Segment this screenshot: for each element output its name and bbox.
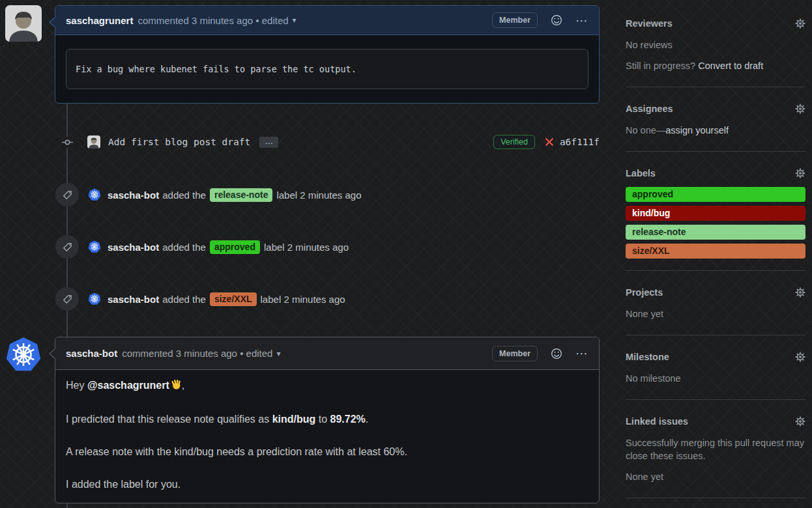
greeting-paragraph: Hey @saschagrunert, bbox=[66, 378, 588, 395]
verified-badge[interactable]: Verified bbox=[493, 135, 535, 149]
milestone-settings-button[interactable] bbox=[795, 352, 805, 362]
kebab-menu-button[interactable]: ⋯ bbox=[575, 13, 588, 28]
assignees-title: Assignees bbox=[626, 104, 673, 114]
label-event-row: sascha-bot added the release-note label … bbox=[55, 183, 600, 206]
label-pill[interactable]: size/XXL bbox=[210, 292, 257, 306]
linked-issues-title: Linked issues bbox=[626, 416, 688, 427]
linked-issues-description: Successfully merging this pull request m… bbox=[626, 436, 805, 462]
gear-icon bbox=[795, 352, 805, 362]
sidebar-divider bbox=[626, 87, 805, 87]
sidebar-divider bbox=[626, 399, 805, 400]
sidebar-divider bbox=[626, 498, 805, 498]
bot-avatar[interactable] bbox=[88, 240, 101, 253]
sidebar-label-size-xxl[interactable]: size/XXL bbox=[626, 244, 805, 259]
tag-icon bbox=[55, 235, 79, 259]
avatar[interactable] bbox=[5, 5, 42, 42]
event-action: added the bbox=[162, 294, 206, 305]
gear-icon bbox=[795, 416, 805, 427]
sidebar: Reviewers No reviews Still in progress? … bbox=[626, 0, 805, 508]
user-photo bbox=[87, 135, 100, 148]
event-time: label 2 minutes ago bbox=[276, 190, 361, 201]
label-pill[interactable]: approved bbox=[210, 240, 260, 254]
convert-to-draft-hint: Still in progress? Convert to draft bbox=[626, 59, 805, 72]
commit-icon bbox=[62, 137, 73, 148]
gear-icon bbox=[795, 104, 805, 114]
comment-caret bbox=[50, 17, 56, 27]
projects-title: Projects bbox=[626, 287, 663, 298]
sidebar-divider bbox=[626, 270, 805, 271]
sidebar-section-linked-issues: Linked issues Successfully merging this … bbox=[626, 416, 805, 483]
add-reaction-button[interactable] bbox=[551, 348, 562, 360]
event-actor[interactable]: sascha-bot bbox=[108, 242, 159, 253]
gear-icon bbox=[795, 287, 805, 298]
wave-emoji-icon bbox=[171, 379, 182, 395]
sidebar-label-approved[interactable]: approved bbox=[626, 187, 805, 202]
smiley-icon bbox=[551, 14, 562, 26]
event-action: added the bbox=[162, 190, 206, 201]
sidebar-section-reviewers: Reviewers No reviews Still in progress? … bbox=[626, 18, 805, 72]
avatar[interactable] bbox=[87, 135, 100, 148]
status-failure-x-icon[interactable] bbox=[544, 137, 555, 147]
tag-icon bbox=[55, 287, 79, 311]
kubernetes-logo-icon bbox=[88, 188, 101, 201]
reviewers-title: Reviewers bbox=[626, 18, 673, 29]
comment-author[interactable]: saschagrunert bbox=[66, 15, 133, 26]
user-mention[interactable]: @saschagrunert bbox=[87, 380, 169, 391]
member-badge[interactable]: Member bbox=[492, 346, 538, 361]
assignees-empty-text: No one—assign yourself bbox=[626, 124, 805, 137]
projects-empty-text: None yet bbox=[626, 307, 805, 320]
add-reaction-button[interactable] bbox=[551, 14, 562, 26]
rule-paragraph: A release note with the kind/bug needs a… bbox=[66, 444, 588, 460]
event-actor[interactable]: sascha-bot bbox=[108, 294, 159, 305]
kubernetes-logo-icon bbox=[88, 292, 101, 305]
member-badge[interactable]: Member bbox=[492, 12, 538, 28]
milestone-title: Milestone bbox=[626, 352, 669, 362]
commit-message[interactable]: Add first blog post draft bbox=[108, 137, 250, 147]
labels-settings-button[interactable] bbox=[795, 168, 805, 178]
kubernetes-logo-icon bbox=[88, 240, 101, 253]
tag-icon bbox=[55, 183, 79, 206]
sidebar-section-labels: Labels approved kind/bug release-note si… bbox=[626, 168, 805, 259]
edited-dropdown-icon[interactable]: ▾ bbox=[276, 349, 280, 358]
code-block: Fix a bug where kubenet fails to parse t… bbox=[66, 49, 588, 89]
label-pill[interactable]: release-note bbox=[210, 188, 272, 202]
commit-expand-button[interactable]: … bbox=[259, 137, 278, 148]
label-event-row: sascha-bot added the approved label 2 mi… bbox=[55, 235, 600, 259]
prediction-paragraph: I predicted that this release note quali… bbox=[66, 412, 588, 427]
commit-hash-link[interactable]: a6f111f bbox=[560, 137, 600, 147]
labels-title: Labels bbox=[626, 168, 656, 178]
event-action: added the bbox=[162, 242, 206, 253]
reviewers-empty-text: No reviews bbox=[626, 38, 805, 51]
kubernetes-logo-icon bbox=[5, 337, 42, 373]
sidebar-section-projects: Projects None yet bbox=[626, 287, 805, 320]
assignees-settings-button[interactable] bbox=[795, 104, 805, 114]
event-time: label 2 minutes ago bbox=[261, 294, 345, 305]
comment-sascha-bot: sascha-bot commented 3 minutes ago • edi… bbox=[55, 337, 600, 503]
edited-dropdown-icon[interactable]: ▾ bbox=[293, 16, 297, 25]
comment-caret bbox=[50, 348, 56, 359]
bot-avatar[interactable] bbox=[88, 188, 101, 201]
comment-author[interactable]: sascha-bot bbox=[66, 348, 117, 359]
label-event-row: sascha-bot added the size/XXL label 2 mi… bbox=[55, 287, 600, 311]
comment-meta: commented 3 minutes ago • edited bbox=[138, 15, 288, 26]
bot-avatar[interactable] bbox=[88, 292, 101, 305]
bot-avatar[interactable] bbox=[5, 337, 42, 373]
linked-issues-empty-text: None yet bbox=[626, 470, 805, 483]
event-actor[interactable]: sascha-bot bbox=[108, 190, 159, 201]
sidebar-section-assignees: Assignees No one—assign yourself bbox=[626, 104, 805, 137]
comment-body: Hey @saschagrunert, I predicted that thi… bbox=[55, 370, 599, 503]
kebab-menu-button[interactable]: ⋯ bbox=[575, 346, 588, 361]
smiley-icon bbox=[551, 348, 562, 360]
sidebar-divider bbox=[626, 151, 805, 152]
linked-issues-settings-button[interactable] bbox=[795, 416, 805, 427]
sidebar-label-kind-bug[interactable]: kind/bug bbox=[626, 206, 805, 221]
milestone-empty-text: No milestone bbox=[626, 372, 805, 385]
comment-body: Fix a bug where kubenet fails to parse t… bbox=[55, 35, 599, 103]
assign-yourself-link[interactable]: assign yourself bbox=[665, 125, 729, 135]
projects-settings-button[interactable] bbox=[795, 287, 805, 298]
convert-to-draft-link[interactable]: Convert to draft bbox=[698, 61, 763, 71]
comment-header: sascha-bot commented 3 minutes ago • edi… bbox=[55, 337, 599, 370]
user-photo bbox=[5, 5, 42, 42]
sidebar-label-release-note[interactable]: release-note bbox=[626, 225, 805, 240]
reviewers-settings-button[interactable] bbox=[795, 18, 805, 29]
